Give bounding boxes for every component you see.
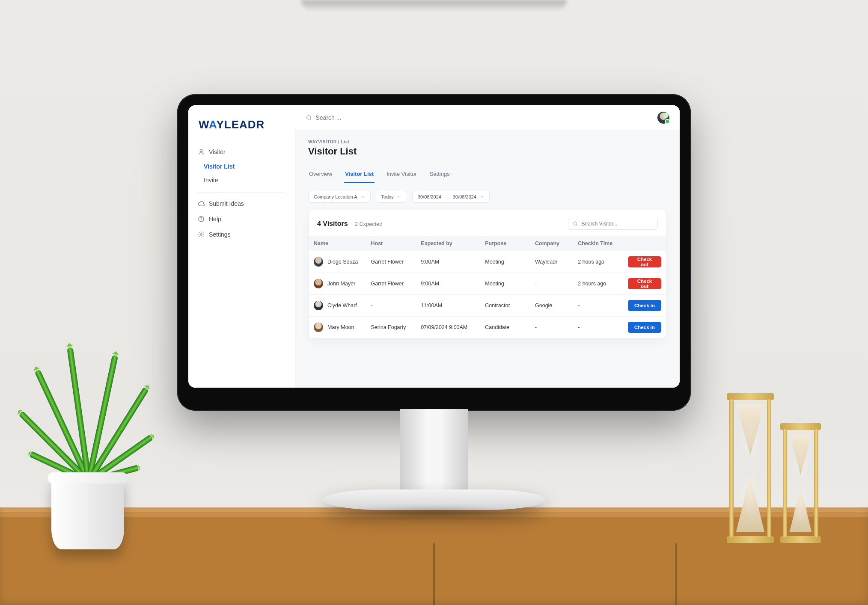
tab-settings[interactable]: Settings bbox=[429, 166, 451, 183]
global-search[interactable] bbox=[306, 114, 657, 121]
cloud-icon bbox=[198, 200, 205, 207]
cell-name: John Mayer bbox=[327, 281, 355, 287]
app-screen: WAYLEADR Visitor Visitor List Invite bbox=[188, 105, 680, 388]
search-input[interactable] bbox=[316, 114, 657, 121]
cell-company: Google bbox=[530, 295, 573, 317]
svg-point-2 bbox=[201, 220, 201, 221]
cell-purpose: Meeting bbox=[480, 251, 530, 273]
cell-expected: 9:00AM bbox=[416, 251, 480, 273]
avatar-icon bbox=[314, 279, 323, 288]
visitor-card-header: 4 Visitors 2 Expected bbox=[309, 210, 666, 236]
arrow-right-icon: → bbox=[445, 194, 449, 199]
cell-host: Serina Fogarty bbox=[366, 317, 416, 338]
main-area: WAYVISITOR | List Visitor List Overview … bbox=[295, 105, 680, 388]
cell-name: Mary Moon bbox=[327, 324, 354, 330]
topbar bbox=[295, 105, 680, 130]
cell-host: Garret Flower bbox=[366, 251, 416, 273]
brand-part-1: W bbox=[199, 118, 209, 131]
svg-point-0 bbox=[200, 150, 202, 152]
cell-name: Clyde Wharf bbox=[327, 302, 357, 308]
visitor-expected: 2 Expected bbox=[355, 221, 383, 227]
col-purpose: Purpose bbox=[480, 236, 530, 251]
table-search-input[interactable] bbox=[581, 221, 653, 227]
svg-point-3 bbox=[200, 234, 202, 235]
cell-checkin: 2 hours ago bbox=[573, 273, 623, 295]
cell-purpose: Meeting bbox=[480, 273, 530, 295]
cell-host: Garret Flower bbox=[366, 273, 416, 295]
check-in-button[interactable]: Check in bbox=[628, 322, 661, 333]
tabs: Overview Visitor List Invite Visitor Set… bbox=[308, 166, 667, 183]
cell-checkin: - bbox=[573, 317, 623, 338]
page-content: WAYVISITOR | List Visitor List Overview … bbox=[295, 130, 680, 348]
col-name: Name bbox=[309, 236, 366, 251]
filter-location-label: Company Location A bbox=[314, 194, 357, 199]
col-action bbox=[623, 236, 666, 251]
person-icon bbox=[198, 148, 205, 155]
cell-name: Diego Souza bbox=[327, 259, 358, 265]
tab-visitor-list[interactable]: Visitor List bbox=[344, 166, 375, 183]
cell-company: - bbox=[530, 317, 573, 338]
filter-location[interactable]: Company Location A bbox=[308, 191, 371, 203]
col-expected: Expected by bbox=[416, 236, 480, 251]
brand-logo: WAYLEADR bbox=[188, 116, 295, 142]
visitor-table: Name Host Expected by Purpose Company Ch… bbox=[309, 236, 666, 338]
tab-overview[interactable]: Overview bbox=[308, 166, 333, 183]
cell-purpose: Contractor bbox=[480, 295, 530, 317]
cell-expected: 07/09/2024 9:00AM bbox=[416, 317, 480, 338]
monitor-shadow bbox=[297, 504, 571, 521]
table-row: John Mayer Garret Flower 9:00AM Meeting … bbox=[309, 273, 666, 295]
breadcrumb: WAYVISITOR | List bbox=[308, 139, 667, 144]
filter-date-to: 30/08/2024 bbox=[453, 194, 476, 199]
col-host: Host bbox=[366, 236, 416, 251]
col-checkin: Checkin Time bbox=[573, 236, 623, 251]
sidebar-sub-visitor-list[interactable]: Visitor List bbox=[188, 160, 295, 173]
monitor-stand-neck bbox=[400, 409, 468, 495]
filter-date-range[interactable]: 30/08/2024 → 30/08/2024 bbox=[412, 191, 490, 203]
cell-checkin: 2 hous ago bbox=[573, 251, 623, 273]
cell-purpose: Candidate bbox=[480, 317, 530, 338]
monitor: WAYLEADR Visitor Visitor List Invite bbox=[177, 94, 691, 411]
sidebar-divider bbox=[198, 192, 285, 193]
page-title: Visitor List bbox=[308, 146, 667, 157]
search-icon bbox=[306, 114, 312, 121]
gear-icon bbox=[198, 231, 205, 238]
check-out-button[interactable]: Check out bbox=[628, 256, 661, 267]
visitor-card: 4 Visitors 2 Expected bbox=[308, 210, 667, 338]
sidebar-item-submit-ideas[interactable]: Submit Ideas bbox=[188, 196, 295, 211]
sidebar-item-label: Submit Ideas bbox=[209, 200, 244, 207]
sidebar-item-visitor[interactable]: Visitor bbox=[188, 144, 295, 160]
chevron-down-icon bbox=[397, 195, 401, 199]
svg-point-4 bbox=[307, 115, 311, 119]
sidebar-item-label: Help bbox=[209, 216, 221, 222]
svg-point-5 bbox=[574, 222, 577, 225]
sidebar-sub-invite[interactable]: Invite bbox=[188, 173, 295, 187]
help-icon bbox=[198, 216, 205, 222]
filter-range[interactable]: Today bbox=[376, 191, 407, 203]
avatar-icon bbox=[314, 323, 323, 332]
sidebar-item-label: Visitor bbox=[209, 148, 226, 155]
table-row: Mary Moon Serina Fogarty 07/09/2024 9:00… bbox=[309, 317, 666, 338]
cell-expected: 11:00AM bbox=[416, 295, 480, 317]
tab-invite-visitor[interactable]: Invite Visitor bbox=[386, 166, 418, 183]
cell-company: Wayleadr bbox=[530, 251, 573, 273]
check-out-button[interactable]: Check out bbox=[628, 278, 661, 289]
avatar-icon bbox=[314, 257, 323, 267]
check-in-button[interactable]: Check in bbox=[628, 300, 661, 311]
sidebar-item-settings[interactable]: Settings bbox=[188, 227, 295, 242]
cell-company: - bbox=[530, 273, 573, 295]
user-avatar[interactable] bbox=[657, 112, 669, 124]
chevron-down-icon bbox=[480, 195, 484, 199]
search-icon bbox=[573, 221, 578, 227]
filters: Company Location A Today 30/08/2024 → 30… bbox=[308, 191, 667, 203]
table-search[interactable] bbox=[568, 218, 658, 230]
col-company: Company bbox=[530, 236, 573, 251]
visitor-count: 4 Visitors bbox=[317, 220, 348, 228]
cell-expected: 9:00AM bbox=[416, 273, 480, 295]
filter-range-label: Today bbox=[381, 194, 394, 199]
brand-part-2: A bbox=[209, 118, 216, 131]
cell-checkin: - bbox=[573, 295, 623, 317]
table-row: Diego Souza Garret Flower 9:00AM Meeting… bbox=[309, 251, 666, 273]
chevron-down-icon bbox=[361, 195, 365, 199]
sidebar-item-help[interactable]: Help bbox=[188, 211, 295, 227]
brand-part-3: YLEADR bbox=[217, 118, 265, 131]
